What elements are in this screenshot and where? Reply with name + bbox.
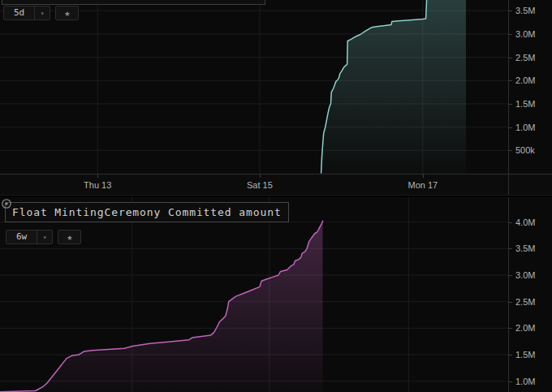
range-label: 6w <box>6 230 37 243</box>
y-axis-label: 1.0M <box>515 377 535 386</box>
y-axis-label: 2.5M <box>515 297 535 306</box>
target-icon[interactable] <box>0 197 13 210</box>
y-axis-tick <box>509 127 512 128</box>
y-axis-tick <box>509 381 512 382</box>
y-axis-tick <box>509 222 512 223</box>
y-axis-label: 1.5M <box>515 351 535 360</box>
series-area <box>321 0 466 174</box>
y-axis-tick <box>509 11 512 11</box>
x-axis-label: Sat 15 <box>247 180 273 190</box>
y-axis-tick <box>509 355 512 355</box>
favorite-button-bottom[interactable]: ★ <box>58 230 81 244</box>
y-axis-tick <box>509 275 512 276</box>
y-axis-label: 3.0M <box>515 29 535 38</box>
y-axis-label: 4.0M <box>515 218 535 226</box>
chart-title: Float MintingCeremony Committed amount <box>12 206 282 218</box>
chart-title-box: Float MintingCeremony Committed amount <box>5 202 289 222</box>
cropped-title-box <box>2 0 265 5</box>
x-axis-tick <box>97 174 98 178</box>
y-axis-label: 500k <box>515 146 535 155</box>
y-axis-label: 2.5M <box>515 53 535 62</box>
star-icon: ★ <box>67 231 72 243</box>
chevron-down-icon[interactable]: ▾ <box>37 230 52 243</box>
x-axis-tick <box>423 174 424 178</box>
favorite-button-top[interactable]: ★ <box>55 6 79 20</box>
series-area <box>0 221 323 392</box>
top-chart-svg <box>0 0 508 174</box>
chart-panel-bottom: Float MintingCeremony Committed amount 6… <box>0 197 552 392</box>
bottom-chart-svg <box>0 197 508 392</box>
y-axis-label: 3.5M <box>515 6 535 15</box>
bottom-toolbar: 6w ▾ ★ <box>6 230 81 244</box>
x-axis-label: Mon 17 <box>408 180 438 190</box>
x-axis-tick <box>260 174 261 178</box>
y-axis-tick <box>509 80 512 81</box>
plot-area-top[interactable]: 5d ▾ ★ <box>0 0 508 174</box>
star-icon: ★ <box>64 7 70 19</box>
range-selector-button-top[interactable]: 5d ▾ <box>3 6 50 20</box>
chart-panel-top: 5d ▾ ★ Thu 13Sat 15Mon 17 500k1.0M1.5M2.… <box>0 0 552 195</box>
y-axis-label: 1.5M <box>515 99 535 108</box>
y-axis-tick <box>509 302 512 303</box>
y-axis-label: 2.0M <box>515 76 535 85</box>
x-axis-top[interactable]: Thu 13Sat 15Mon 17 <box>0 174 552 195</box>
y-axis-tick <box>509 34 512 35</box>
y-axis-bottom[interactable]: 1.0M1.5M2.0M2.5M3.0M3.5M4.0M <box>508 197 552 392</box>
chevron-down-icon[interactable]: ▾ <box>34 6 50 19</box>
y-axis-top[interactable]: 500k1.0M1.5M2.0M2.5M3.0M3.5M <box>508 0 552 195</box>
y-axis-tick <box>509 104 512 105</box>
y-axis-tick <box>509 328 512 329</box>
plot-area-bottom[interactable]: Float MintingCeremony Committed amount 6… <box>0 197 508 392</box>
y-axis-tick <box>509 150 512 151</box>
y-axis-label: 3.0M <box>515 270 535 279</box>
range-label: 5d <box>4 6 34 19</box>
y-axis-label: 3.5M <box>515 244 535 253</box>
y-axis-label: 1.0M <box>515 123 535 131</box>
top-toolbar: 5d ▾ ★ <box>3 6 79 20</box>
y-axis-label: 2.0M <box>515 324 535 333</box>
y-axis-tick <box>509 248 512 249</box>
x-axis-label: Thu 13 <box>84 180 111 190</box>
range-selector-button-bottom[interactable]: 6w ▾ <box>6 230 53 244</box>
y-axis-tick <box>509 58 512 58</box>
